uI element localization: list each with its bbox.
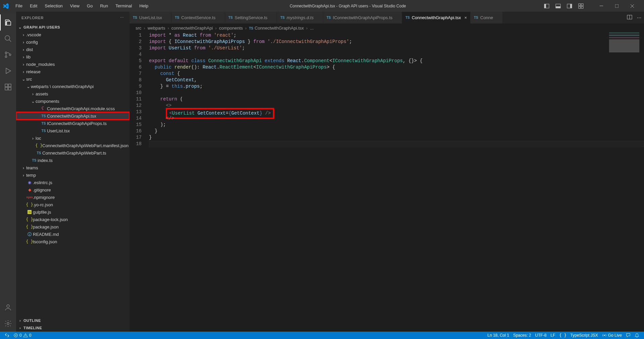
folder-webparts---connectwithgraphapi[interactable]: ⌄webparts \ connectwithGraphApi — [16, 83, 130, 90]
breadcrumb-item[interactable]: TSConnectwithGraphApi.tsx — [249, 26, 304, 31]
folder-teams[interactable]: ›teams — [16, 164, 130, 171]
window-title: ConnectwithGraphApi.tsx - Graph API user… — [152, 4, 544, 8]
activity-extensions[interactable] — [0, 79, 16, 95]
file-iconnectwithgraphapiprops-ts[interactable]: TSIConnectwithGraphApiProps.ts — [16, 120, 130, 127]
file-connectwithgraphapi-tsx[interactable]: TSConnectwithGraphApi.tsx — [16, 112, 130, 120]
customize-layout-icon[interactable] — [578, 3, 584, 9]
folder-config[interactable]: ›config — [16, 38, 130, 46]
tab-iconnectwithgraphapiprops-ts[interactable]: TSIConnectwithGraphApiProps.ts× — [323, 12, 402, 24]
breadcrumb-item[interactable]: ... — [310, 26, 314, 31]
status-spaces[interactable]: Spaces: 2 — [511, 332, 533, 339]
file-tsconfig-json[interactable]: { }tsconfig.json — [16, 238, 130, 245]
tab-contextservice-ts[interactable]: TSContextService.ts× — [171, 12, 225, 24]
folder-lib[interactable]: ›lib — [16, 53, 130, 60]
activity-settings[interactable] — [0, 315, 16, 332]
status-lncol[interactable]: Ln 18, Col 1 — [485, 332, 511, 339]
folder--vscode[interactable]: ›.vscode — [16, 31, 130, 38]
tab-mystrings-d-ts[interactable]: TSmystrings.d.ts× — [277, 12, 323, 24]
svg-text:JS: JS — [28, 211, 31, 214]
activity-run-debug[interactable] — [0, 63, 16, 79]
breadcrumb[interactable]: src›webparts›connectwithGraphApi›compone… — [130, 24, 644, 32]
menu-bar: FileEditSelectionViewGoRunTerminalHelp — [12, 2, 152, 10]
explorer-title: EXPLORER — [21, 16, 44, 20]
minimize-button[interactable] — [594, 0, 609, 12]
file-gulpfile-js[interactable]: JSgulpfile.js — [16, 208, 130, 216]
menu-file[interactable]: File — [12, 2, 26, 10]
chevron-right-icon: › — [17, 319, 23, 323]
tab-connectwithgraphapi-tsx[interactable]: TSConnectwithGraphApi.tsx× — [402, 12, 470, 24]
menu-edit[interactable]: Edit — [27, 2, 41, 10]
menu-terminal[interactable]: Terminal — [112, 2, 135, 10]
toggle-panel-icon[interactable] — [555, 3, 561, 9]
folder-assets[interactable]: ›assets — [16, 90, 130, 97]
chevron-right-icon: › — [17, 326, 23, 330]
outline-section-header[interactable]: › OUTLINE — [16, 317, 130, 324]
folder-node-modules[interactable]: ›node_modules — [16, 60, 130, 68]
svg-rect-10 — [600, 6, 603, 6]
folder-components[interactable]: ⌄components — [16, 97, 130, 105]
file-connectwithgraphapiwebpart-manifest-json[interactable]: { }ConnectwithGraphApiWebPart.manifest.j… — [16, 142, 130, 149]
breadcrumb-item[interactable]: connectwithGraphApi — [171, 26, 213, 31]
outline-label: OUTLINE — [23, 319, 41, 323]
breadcrumb-item[interactable]: webparts — [148, 26, 165, 31]
file-connectwithgraphapiwebpart-ts[interactable]: TSConnectwithGraphApiWebPart.ts — [16, 149, 130, 157]
breadcrumb-item[interactable]: components — [219, 26, 243, 31]
breadcrumb-item[interactable]: src — [136, 26, 141, 31]
status-eol[interactable]: LF — [549, 332, 557, 339]
svg-point-20 — [7, 305, 9, 307]
status-feedback[interactable] — [624, 332, 633, 339]
title-bar: FileEditSelectionViewGoRunTerminalHelp C… — [0, 0, 644, 12]
file--gitignore[interactable]: ◆.gitignore — [16, 186, 130, 194]
status-golive[interactable]: Go Live — [600, 332, 624, 339]
maximize-button[interactable] — [609, 0, 625, 12]
file-tree: ›.vscode›config›dist›lib›node_modules›re… — [16, 31, 130, 317]
file--npmignore[interactable]: npm.npmignore — [16, 194, 130, 201]
svg-rect-6 — [579, 4, 581, 6]
toggle-secondary-sidebar-icon[interactable] — [567, 3, 572, 9]
svg-point-15 — [9, 54, 11, 56]
explorer-more-icon[interactable]: ⋯ — [120, 15, 124, 20]
file-package-json[interactable]: { }package.json — [16, 223, 130, 230]
status-problems[interactable]: 0 0 — [11, 332, 33, 339]
tab-settingservice-ts[interactable]: TSSettingService.ts× — [225, 12, 277, 24]
menu-selection[interactable]: Selection — [41, 2, 66, 10]
project-section-header[interactable]: ⌄ GRAPH API USERS — [16, 24, 130, 31]
svg-point-12 — [5, 36, 10, 40]
toggle-primary-sidebar-icon[interactable] — [544, 3, 549, 9]
folder-temp[interactable]: ›temp — [16, 171, 130, 179]
menu-view[interactable]: View — [67, 2, 83, 10]
folder-src[interactable]: ⌄src — [16, 75, 130, 83]
tab-conne[interactable]: TSConne× — [470, 12, 503, 24]
folder-loc[interactable]: ›loc — [16, 134, 130, 142]
timeline-section-header[interactable]: › TIMELINE — [16, 324, 130, 332]
activity-accounts[interactable] — [0, 299, 16, 315]
svg-point-13 — [5, 52, 7, 54]
split-editor-icon[interactable] — [627, 14, 632, 21]
activity-search[interactable] — [0, 31, 16, 47]
folder-release[interactable]: ›release — [16, 68, 130, 75]
menu-help[interactable]: Help — [136, 2, 152, 10]
code-content[interactable]: import * as React from 'react';import { … — [149, 32, 644, 332]
file-package-lock-json[interactable]: { }package-lock.json — [16, 216, 130, 223]
svg-point-30 — [604, 335, 605, 336]
file-readme-md[interactable]: README.md — [16, 230, 130, 238]
more-actions-icon[interactable]: ⋯ — [637, 15, 641, 20]
tab-userlist-tsx[interactable]: TSUserList.tsx× — [130, 12, 171, 24]
status-language[interactable]: { } TypeScript JSX — [557, 332, 600, 339]
activity-source-control[interactable] — [0, 47, 16, 63]
svg-rect-17 — [8, 84, 11, 87]
file--eslintrc-js[interactable]: ◉.eslintrc.js — [16, 179, 130, 186]
close-window-button[interactable] — [625, 0, 640, 12]
folder-dist[interactable]: ›dist — [16, 46, 130, 53]
file-userlist-tsx[interactable]: TSUserList.tsx — [16, 127, 130, 134]
file--yo-rc-json[interactable]: { }.yo-rc.json — [16, 201, 130, 208]
file-index-ts[interactable]: TSindex.ts — [16, 157, 130, 164]
file-connectwithgraphapi-module-scss[interactable]: ConnectwithGraphApi.module.scss — [16, 105, 130, 112]
status-bell[interactable] — [633, 332, 641, 339]
status-encoding[interactable]: UTF-8 — [533, 332, 549, 339]
activity-explorer[interactable] — [0, 14, 16, 31]
code-editor[interactable]: 123456789101112131415161718 import * as … — [130, 32, 644, 332]
status-remote[interactable] — [3, 332, 11, 339]
menu-run[interactable]: Run — [97, 2, 111, 10]
menu-go[interactable]: Go — [84, 2, 96, 10]
